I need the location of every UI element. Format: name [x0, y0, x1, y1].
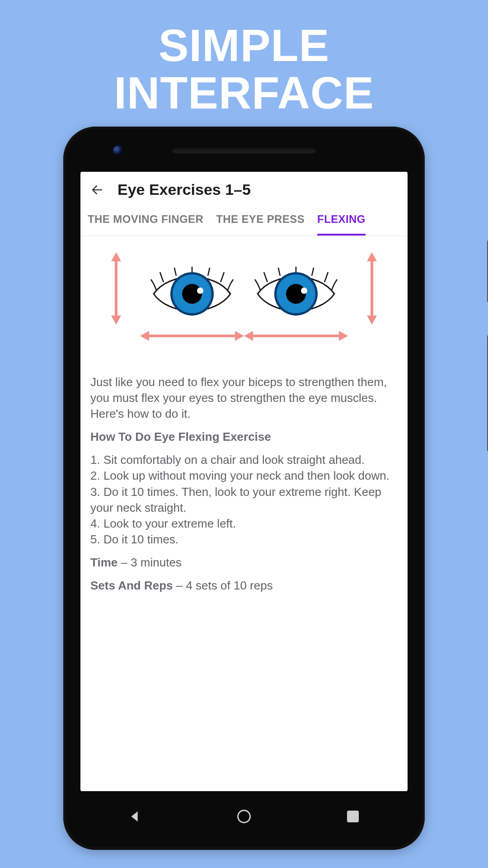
promo-headline: SIMPLE INTERFACE	[0, 22, 488, 117]
back-button[interactable]	[89, 182, 105, 198]
time-row: Time – 3 minutes	[90, 555, 398, 571]
step-5: 5. Do it 10 times.	[90, 532, 398, 547]
phone-front-camera	[113, 146, 123, 156]
nav-back-button[interactable]	[103, 809, 167, 824]
exercise-illustration	[80, 236, 408, 366]
sets-row: Sets And Reps – 4 sets of 10 reps	[90, 578, 398, 594]
promo-line-2: INTERFACE	[0, 69, 488, 117]
circle-home-icon	[237, 810, 251, 823]
step-4: 4. Look to your extreme left.	[90, 516, 398, 532]
phone-speaker	[172, 147, 316, 154]
system-nav-bar	[80, 797, 408, 836]
step-3: 3. Do it 10 times. Then, look to your ex…	[90, 484, 398, 516]
page-title: Eye Exercises 1–5	[117, 181, 251, 198]
intro-text: Just like you need to flex your biceps t…	[90, 374, 398, 422]
step-1: 1. Sit comfortably on a chair and look s…	[90, 452, 398, 468]
sets-value: – 4 sets of 10 reps	[173, 579, 273, 592]
howto-heading: How To Do Eye Flexing Exercise	[90, 429, 398, 445]
tab-bar: THE MOVING FINGER THE EYE PRESS FLEXING	[80, 203, 408, 236]
tab-flexing[interactable]: FLEXING	[317, 213, 366, 236]
arrow-vertical-left-icon	[115, 261, 117, 316]
exercise-content: Just like you need to flex your biceps t…	[80, 366, 408, 612]
app-header: Eye Exercises 1–5	[80, 172, 408, 203]
app-screen: Eye Exercises 1–5 THE MOVING FINGER THE …	[80, 172, 408, 791]
triangle-back-icon	[127, 809, 143, 824]
tab-moving-finger[interactable]: THE MOVING FINGER	[88, 213, 203, 236]
arrow-left-icon	[90, 183, 104, 197]
promo-line-1: SIMPLE	[0, 22, 488, 69]
arrow-horizontal-right-icon	[253, 335, 339, 337]
square-recents-icon	[347, 811, 359, 822]
sets-label: Sets And Reps	[90, 579, 173, 592]
step-2: 2. Look up without moving your neck and …	[90, 468, 398, 484]
tab-eye-press[interactable]: THE EYE PRESS	[216, 213, 305, 236]
eye-left-icon	[149, 267, 235, 321]
time-value: – 3 minutes	[117, 556, 182, 569]
phone-frame: Eye Exercises 1–5 THE MOVING FINGER THE …	[63, 127, 425, 850]
nav-recents-button[interactable]	[321, 811, 385, 822]
eye-right-icon	[253, 267, 339, 321]
nav-home-button[interactable]	[212, 810, 276, 823]
time-label: Time	[90, 556, 117, 569]
arrow-horizontal-left-icon	[149, 335, 235, 337]
arrow-vertical-right-icon	[371, 261, 373, 316]
